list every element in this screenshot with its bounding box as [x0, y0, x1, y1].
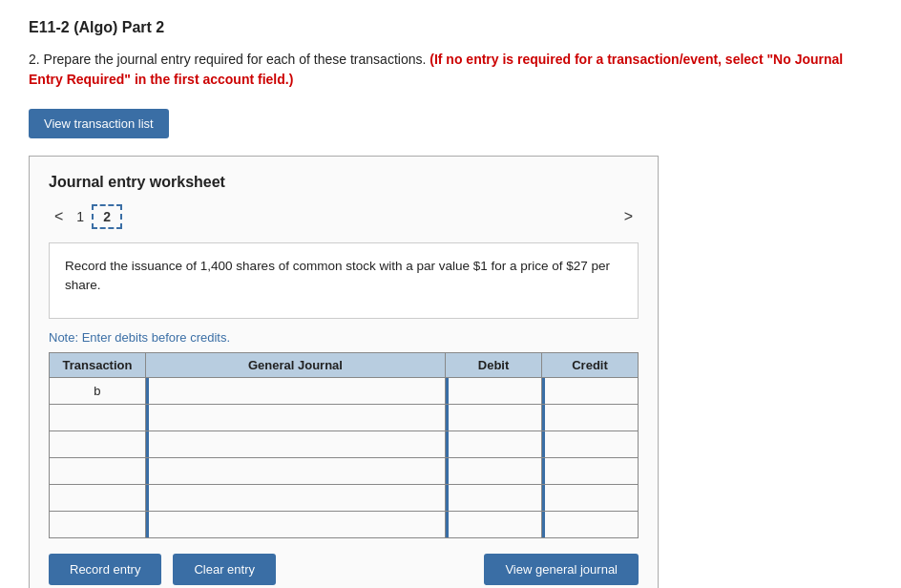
journal-input-5[interactable]: [146, 512, 445, 537]
table-row-credit-0[interactable]: [542, 378, 639, 405]
table-row: [50, 405, 639, 431]
table-row-journal-2[interactable]: [145, 431, 445, 458]
table-row: [50, 431, 639, 458]
credit-input-4[interactable]: [542, 485, 638, 511]
journal-input-3[interactable]: [146, 458, 445, 484]
clear-entry-button[interactable]: Clear entry: [173, 554, 276, 585]
table-row-credit-5[interactable]: [542, 512, 639, 538]
debit-input-2[interactable]: [446, 431, 541, 457]
table-row: [50, 485, 639, 512]
debit-input-3[interactable]: [446, 458, 541, 484]
col-header-debit: Debit: [446, 353, 542, 378]
table-row-credit-3[interactable]: [542, 458, 639, 485]
table-row-debit-1[interactable]: [446, 405, 542, 431]
description-box: Record the issuance of 1,400 shares of c…: [49, 242, 639, 319]
table-row: b: [50, 378, 639, 405]
col-header-transaction: Transaction: [50, 353, 146, 378]
table-row: [50, 458, 639, 485]
debit-input-1[interactable]: [446, 405, 541, 430]
table-row-debit-2[interactable]: [446, 431, 542, 458]
record-entry-button[interactable]: Record entry: [49, 554, 161, 585]
journal-input-4[interactable]: [146, 485, 445, 511]
table-row-journal-0[interactable]: [145, 378, 445, 405]
table-row-debit-3[interactable]: [446, 458, 542, 485]
credit-input-0[interactable]: [542, 378, 638, 404]
instruction-prefix: 2. Prepare the journal entry required fo…: [29, 52, 430, 67]
nav-tab1[interactable]: 1: [76, 209, 84, 224]
table-row-transaction-3: [50, 458, 146, 485]
nav-left-arrow[interactable]: <: [49, 206, 69, 227]
credit-input-2[interactable]: [542, 431, 638, 457]
table-row-transaction-0: b: [50, 378, 146, 405]
table-row-debit-4[interactable]: [446, 485, 542, 512]
table-row-transaction-5: [50, 512, 146, 538]
page-title: E11-2 (Algo) Part 2: [29, 19, 872, 36]
table-row-transaction-2: [50, 431, 146, 458]
table-row-debit-5[interactable]: [446, 512, 542, 538]
table-row-debit-0[interactable]: [446, 378, 542, 405]
debit-input-0[interactable]: [446, 378, 541, 404]
debit-input-5[interactable]: [446, 512, 541, 537]
worksheet-container: Journal entry worksheet < 1 2 > Record t…: [29, 156, 659, 588]
worksheet-title: Journal entry worksheet: [49, 174, 639, 191]
table-row: [50, 512, 639, 538]
table-row-journal-5[interactable]: [145, 512, 445, 538]
note-text: Note: Enter debits before credits.: [49, 330, 639, 345]
table-row-credit-2[interactable]: [542, 431, 639, 458]
table-row-transaction-4: [50, 485, 146, 512]
table-row-journal-3[interactable]: [145, 458, 445, 485]
journal-input-2[interactable]: [146, 431, 445, 457]
table-row-journal-4[interactable]: [145, 485, 445, 512]
journal-input-1[interactable]: [146, 405, 445, 430]
bottom-buttons: Record entry Clear entry View general jo…: [49, 554, 639, 585]
view-general-journal-button[interactable]: View general journal: [484, 554, 639, 585]
journal-table: Transaction General Journal Debit Credit…: [49, 352, 639, 538]
table-row-journal-1[interactable]: [145, 405, 445, 431]
col-header-credit: Credit: [542, 353, 639, 378]
nav-tab2-active[interactable]: 2: [92, 204, 122, 229]
nav-row: < 1 2 >: [49, 204, 639, 229]
table-row-credit-1[interactable]: [542, 405, 639, 431]
credit-input-1[interactable]: [542, 405, 638, 430]
table-row-transaction-1: [50, 405, 146, 431]
credit-input-5[interactable]: [542, 512, 638, 537]
credit-input-3[interactable]: [542, 458, 638, 484]
col-header-general-journal: General Journal: [145, 353, 445, 378]
debit-input-4[interactable]: [446, 485, 541, 511]
journal-input-0[interactable]: [146, 378, 445, 404]
instruction: 2. Prepare the journal entry required fo…: [29, 50, 872, 90]
table-row-credit-4[interactable]: [542, 485, 639, 512]
nav-right-arrow[interactable]: >: [618, 206, 639, 227]
view-transaction-button[interactable]: View transaction list: [29, 109, 169, 138]
